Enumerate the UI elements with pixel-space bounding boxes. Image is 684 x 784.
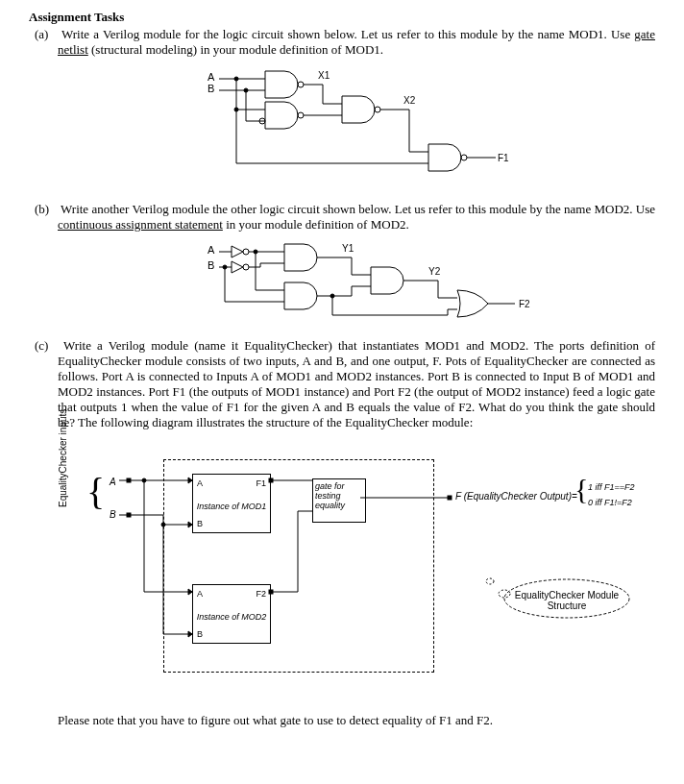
task-c: (c) Write a Verilog module (name it Equa… [58,338,655,430]
label-Y1: Y1 [342,243,354,254]
label-B: B [208,83,214,94]
svg-point-64 [161,523,165,527]
task-c-label: (c) [35,338,58,354]
callout-tail-icon [432,551,519,608]
task-a: (a) Write a Verilog module for the logic… [58,27,655,58]
svg-point-23 [461,155,467,160]
svg-point-79 [499,590,510,598]
circuit-mod1-diagram: A B X1 X2 [150,67,534,192]
label-F1: F1 [498,153,509,163]
task-b-text2: in your module definition of MOD2. [223,217,409,232]
task-a-text1: Write a Verilog module for the logic cir… [61,27,634,41]
label-B2: B [208,259,214,271]
module-structure-callout: EqualityChecker Module Structure [509,584,624,611]
svg-rect-55 [127,478,131,482]
task-b: (b) Write another Verilog module the oth… [58,202,655,233]
task-b-underlined: continuous assignment statement [58,217,223,232]
page-title: Assignment Tasks [29,10,655,25]
svg-point-6 [234,77,238,81]
equality-checker-diagram: EqualityChecker inputs { A B A F1 B Inst… [67,450,655,699]
svg-point-32 [254,250,257,254]
task-a-text2: (structural modeling) in your module def… [88,42,383,57]
svg-marker-76 [188,589,192,595]
circuit-mod2-diagram: A B Y1 Y2 [150,242,534,329]
label-Y2: Y2 [428,266,441,277]
label-F2: F2 [519,299,530,309]
task-b-label: (b) [35,202,58,217]
svg-rect-67 [269,478,273,482]
task-c-note: Please note that you have to figure out … [58,713,655,728]
svg-point-61 [142,478,146,482]
label-A: A [208,71,215,83]
svg-point-2 [298,82,304,87]
svg-rect-73 [448,496,452,500]
output-case-1: 1 iff F1==F2 [588,482,635,492]
task-c-text: Write a Verilog module (name it Equality… [58,338,655,429]
svg-point-49 [330,294,334,298]
svg-point-7 [244,88,248,92]
svg-marker-75 [188,522,192,527]
output-F-label: F (EqualityChecker Output)= [455,491,577,502]
label-A2: A [208,244,215,256]
label-X1: X1 [318,70,330,81]
output-brace-icon: { [574,473,588,505]
svg-point-18 [234,108,238,111]
svg-point-38 [223,265,227,269]
svg-point-80 [486,578,494,584]
svg-rect-69 [269,590,273,594]
svg-rect-57 [127,513,131,517]
task-a-label: (a) [35,27,58,42]
svg-point-15 [375,107,380,112]
svg-marker-77 [188,631,192,637]
output-case-0: 0 iff F1!=F2 [588,498,632,507]
task-b-text1: Write another Verilog module the other l… [61,202,655,216]
svg-marker-74 [188,478,192,483]
label-X2: X2 [403,95,416,106]
svg-point-11 [298,112,304,118]
